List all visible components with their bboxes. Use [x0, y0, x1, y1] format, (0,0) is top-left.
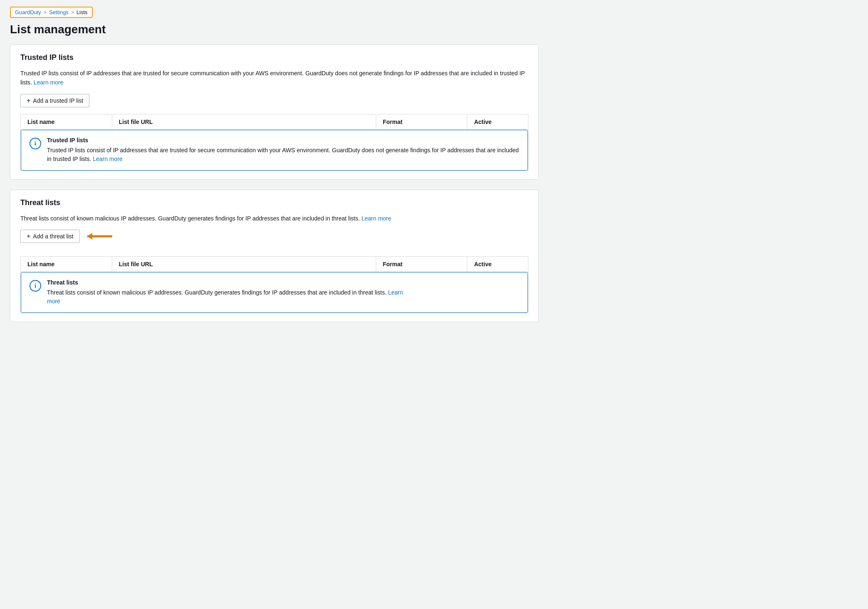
- trusted-ip-title: Trusted IP lists: [20, 53, 528, 62]
- trusted-ip-info-icon: i: [30, 138, 41, 149]
- add-threat-wrapper: + Add a threat list: [20, 230, 80, 243]
- threat-info-title: Threat lists: [47, 279, 403, 286]
- trusted-ip-empty-cell: i Trusted IP lists Trusted IP lists cons…: [21, 129, 528, 171]
- threat-lists-section: Threat lists Threat lists consist of kno…: [10, 190, 539, 322]
- threat-col-active: Active: [467, 257, 528, 272]
- trusted-ip-info-content: Trusted IP lists Trusted IP lists consis…: [47, 137, 519, 163]
- page-title: List management: [10, 23, 539, 36]
- threat-info-icon: i: [30, 280, 41, 292]
- arrow-annotation: [83, 228, 116, 245]
- page-container: GuardDuty > Settings > Lists List manage…: [0, 0, 549, 339]
- trusted-ip-info-learn-more[interactable]: Learn more: [93, 156, 123, 162]
- breadcrumb-settings[interactable]: Settings: [49, 9, 69, 15]
- add-threat-list-label: Add a threat list: [33, 233, 73, 240]
- trusted-ip-info-text: Trusted IP lists consist of IP addresses…: [47, 146, 519, 163]
- threat-lists-learn-more[interactable]: Learn more: [361, 215, 391, 222]
- threat-info-learn-more-1[interactable]: Learn: [388, 289, 403, 296]
- trusted-ip-table: List name List file URL Format Active i …: [20, 114, 528, 171]
- trusted-ip-info-box: i Trusted IP lists Trusted IP lists cons…: [21, 130, 528, 171]
- trusted-ip-col-url: List file URL: [112, 114, 376, 129]
- breadcrumb-sep-1: >: [44, 10, 47, 15]
- breadcrumb-sep-2: >: [71, 10, 74, 15]
- add-threat-list-button[interactable]: + Add a threat list: [20, 230, 80, 243]
- threat-lists-description: Threat lists consist of known malicious …: [20, 214, 528, 223]
- trusted-ip-col-format: Format: [376, 114, 467, 129]
- svg-marker-1: [87, 233, 92, 240]
- breadcrumb: GuardDuty > Settings > Lists: [10, 7, 93, 18]
- trusted-ip-col-name: List name: [21, 114, 112, 129]
- trusted-ip-description: Trusted IP lists consist of IP addresses…: [20, 69, 528, 87]
- threat-empty-cell: i Threat lists Threat lists consist of k…: [21, 272, 528, 313]
- threat-col-name: List name: [21, 257, 112, 272]
- threat-info-content: Threat lists Threat lists consist of kno…: [47, 279, 403, 306]
- threat-col-url: List file URL: [112, 257, 376, 272]
- breadcrumb-lists: Lists: [76, 9, 88, 15]
- arrow-svg: [83, 228, 116, 245]
- trusted-ip-info-title: Trusted IP lists: [47, 137, 519, 144]
- plus-icon-threat: +: [27, 233, 30, 240]
- threat-lists-title: Threat lists: [20, 198, 528, 207]
- threat-lists-table: List name List file URL Format Active i …: [20, 256, 528, 313]
- plus-icon: +: [27, 97, 30, 104]
- threat-info-learn-more-2[interactable]: more: [47, 298, 60, 304]
- add-trusted-ip-label: Add a trusted IP list: [33, 97, 83, 104]
- trusted-ip-col-active: Active: [467, 114, 528, 129]
- threat-empty-row: i Threat lists Threat lists consist of k…: [21, 272, 528, 313]
- add-trusted-ip-button[interactable]: + Add a trusted IP list: [20, 94, 89, 107]
- trusted-ip-learn-more[interactable]: Learn more: [34, 79, 64, 86]
- breadcrumb-guardduty[interactable]: GuardDuty: [15, 9, 41, 15]
- threat-info-text: Threat lists consist of known malicious …: [47, 288, 403, 306]
- trusted-ip-empty-row: i Trusted IP lists Trusted IP lists cons…: [21, 129, 528, 171]
- threat-info-box: i Threat lists Threat lists consist of k…: [21, 272, 528, 313]
- trusted-ip-section: Trusted IP lists Trusted IP lists consis…: [10, 45, 539, 180]
- threat-col-format: Format: [376, 257, 467, 272]
